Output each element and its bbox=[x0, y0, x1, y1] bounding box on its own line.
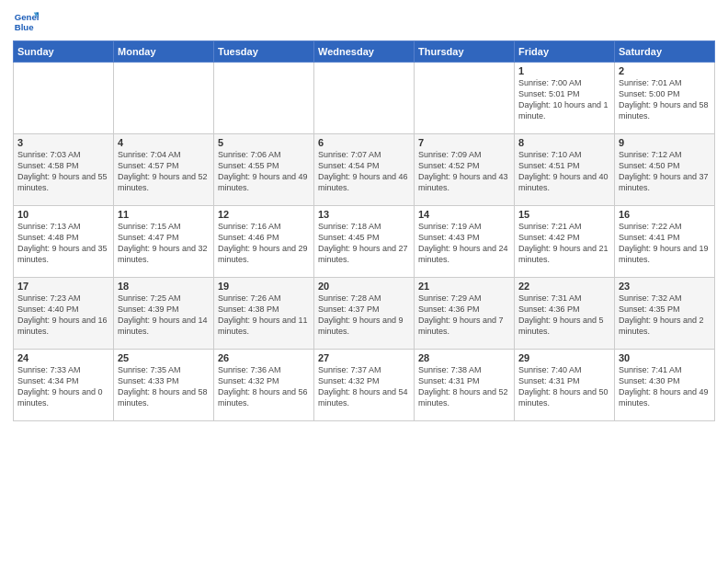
day-number: 29 bbox=[518, 352, 610, 363]
calendar-cell: 9Sunrise: 7:12 AMSunset: 4:50 PMDaylight… bbox=[615, 134, 715, 206]
calendar-cell: 15Sunrise: 7:21 AMSunset: 4:42 PMDayligh… bbox=[515, 206, 615, 278]
calendar-cell: 30Sunrise: 7:41 AMSunset: 4:30 PMDayligh… bbox=[615, 350, 715, 421]
calendar-cell: 24Sunrise: 7:33 AMSunset: 4:34 PMDayligh… bbox=[14, 350, 114, 421]
calendar-cell: 22Sunrise: 7:31 AMSunset: 4:36 PMDayligh… bbox=[515, 278, 615, 350]
calendar-cell: 29Sunrise: 7:40 AMSunset: 4:31 PMDayligh… bbox=[515, 350, 615, 421]
day-info: Sunrise: 7:03 AMSunset: 4:58 PMDaylight:… bbox=[17, 149, 109, 194]
day-number: 15 bbox=[518, 209, 610, 220]
day-info: Sunrise: 7:32 AMSunset: 4:35 PMDaylight:… bbox=[619, 293, 711, 338]
day-info: Sunrise: 7:16 AMSunset: 4:46 PMDaylight:… bbox=[218, 221, 310, 266]
week-row-4: 17Sunrise: 7:23 AMSunset: 4:40 PMDayligh… bbox=[14, 278, 715, 350]
day-info: Sunrise: 7:04 AMSunset: 4:57 PMDaylight:… bbox=[118, 149, 210, 194]
calendar-cell: 2Sunrise: 7:01 AMSunset: 5:00 PMDaylight… bbox=[615, 63, 715, 134]
day-number: 3 bbox=[17, 137, 109, 148]
day-info: Sunrise: 7:19 AMSunset: 4:43 PMDaylight:… bbox=[418, 221, 510, 266]
calendar-cell: 12Sunrise: 7:16 AMSunset: 4:46 PMDayligh… bbox=[214, 206, 314, 278]
day-info: Sunrise: 7:36 AMSunset: 4:32 PMDaylight:… bbox=[218, 364, 310, 409]
day-number: 5 bbox=[218, 137, 310, 148]
day-info: Sunrise: 7:12 AMSunset: 4:50 PMDaylight:… bbox=[619, 149, 711, 194]
calendar-cell: 18Sunrise: 7:25 AMSunset: 4:39 PMDayligh… bbox=[114, 278, 214, 350]
calendar-cell: 4Sunrise: 7:04 AMSunset: 4:57 PMDaylight… bbox=[114, 134, 214, 206]
day-number: 7 bbox=[418, 137, 510, 148]
calendar-cell: 27Sunrise: 7:37 AMSunset: 4:32 PMDayligh… bbox=[314, 350, 415, 421]
day-info: Sunrise: 7:06 AMSunset: 4:55 PMDaylight:… bbox=[218, 149, 310, 194]
day-number: 27 bbox=[318, 352, 410, 363]
week-row-1: 1Sunrise: 7:00 AMSunset: 5:01 PMDaylight… bbox=[14, 63, 715, 134]
week-row-3: 10Sunrise: 7:13 AMSunset: 4:48 PMDayligh… bbox=[14, 206, 715, 278]
calendar-cell: 20Sunrise: 7:28 AMSunset: 4:37 PMDayligh… bbox=[314, 278, 415, 350]
day-info: Sunrise: 7:18 AMSunset: 4:45 PMDaylight:… bbox=[318, 221, 410, 266]
day-number: 19 bbox=[218, 281, 310, 292]
calendar-cell: 16Sunrise: 7:22 AMSunset: 4:41 PMDayligh… bbox=[615, 206, 715, 278]
weekday-header-thursday: Thursday bbox=[415, 41, 515, 63]
calendar-cell bbox=[14, 63, 114, 134]
calendar-cell: 25Sunrise: 7:35 AMSunset: 4:33 PMDayligh… bbox=[114, 350, 214, 421]
calendar-cell: 10Sunrise: 7:13 AMSunset: 4:48 PMDayligh… bbox=[14, 206, 114, 278]
day-info: Sunrise: 7:33 AMSunset: 4:34 PMDaylight:… bbox=[17, 364, 109, 409]
calendar-cell bbox=[114, 63, 214, 134]
weekday-header-row: SundayMondayTuesdayWednesdayThursdayFrid… bbox=[14, 41, 715, 63]
day-number: 17 bbox=[17, 281, 109, 292]
day-number: 1 bbox=[518, 65, 610, 76]
day-number: 26 bbox=[218, 352, 310, 363]
day-info: Sunrise: 7:41 AMSunset: 4:30 PMDaylight:… bbox=[619, 364, 711, 409]
day-number: 12 bbox=[218, 209, 310, 220]
calendar-cell: 7Sunrise: 7:09 AMSunset: 4:52 PMDaylight… bbox=[415, 134, 515, 206]
day-info: Sunrise: 7:38 AMSunset: 4:31 PMDaylight:… bbox=[418, 364, 510, 409]
calendar-cell: 1Sunrise: 7:00 AMSunset: 5:01 PMDaylight… bbox=[515, 63, 615, 134]
day-number: 18 bbox=[118, 281, 210, 292]
day-info: Sunrise: 7:25 AMSunset: 4:39 PMDaylight:… bbox=[118, 293, 210, 338]
day-info: Sunrise: 7:26 AMSunset: 4:38 PMDaylight:… bbox=[218, 293, 310, 338]
calendar-cell: 26Sunrise: 7:36 AMSunset: 4:32 PMDayligh… bbox=[214, 350, 314, 421]
day-number: 6 bbox=[318, 137, 410, 148]
calendar-cell: 3Sunrise: 7:03 AMSunset: 4:58 PMDaylight… bbox=[14, 134, 114, 206]
weekday-header-wednesday: Wednesday bbox=[314, 41, 415, 63]
day-info: Sunrise: 7:23 AMSunset: 4:40 PMDaylight:… bbox=[17, 293, 109, 338]
calendar-cell bbox=[214, 63, 314, 134]
weekday-header-sunday: Sunday bbox=[14, 41, 114, 63]
day-info: Sunrise: 7:29 AMSunset: 4:36 PMDaylight:… bbox=[418, 293, 510, 338]
day-number: 16 bbox=[619, 209, 711, 220]
day-info: Sunrise: 7:13 AMSunset: 4:48 PMDaylight:… bbox=[17, 221, 109, 266]
calendar-cell: 8Sunrise: 7:10 AMSunset: 4:51 PMDaylight… bbox=[515, 134, 615, 206]
day-number: 10 bbox=[17, 209, 109, 220]
calendar-cell: 13Sunrise: 7:18 AMSunset: 4:45 PMDayligh… bbox=[314, 206, 415, 278]
svg-text:Blue: Blue bbox=[15, 22, 34, 32]
day-info: Sunrise: 7:09 AMSunset: 4:52 PMDaylight:… bbox=[418, 149, 510, 194]
calendar-cell: 14Sunrise: 7:19 AMSunset: 4:43 PMDayligh… bbox=[415, 206, 515, 278]
day-number: 23 bbox=[619, 281, 711, 292]
day-number: 24 bbox=[17, 352, 109, 363]
calendar-cell: 5Sunrise: 7:06 AMSunset: 4:55 PMDaylight… bbox=[214, 134, 314, 206]
day-info: Sunrise: 7:31 AMSunset: 4:36 PMDaylight:… bbox=[518, 293, 610, 338]
calendar-cell: 11Sunrise: 7:15 AMSunset: 4:47 PMDayligh… bbox=[114, 206, 214, 278]
weekday-header-saturday: Saturday bbox=[615, 41, 715, 63]
day-info: Sunrise: 7:10 AMSunset: 4:51 PMDaylight:… bbox=[518, 149, 610, 194]
calendar-cell bbox=[314, 63, 415, 134]
day-number: 14 bbox=[418, 209, 510, 220]
week-row-5: 24Sunrise: 7:33 AMSunset: 4:34 PMDayligh… bbox=[14, 350, 715, 421]
logo-icon: General Blue bbox=[13, 9, 39, 35]
logo: General Blue bbox=[13, 9, 42, 35]
day-info: Sunrise: 7:28 AMSunset: 4:37 PMDaylight:… bbox=[318, 293, 410, 338]
day-info: Sunrise: 7:22 AMSunset: 4:41 PMDaylight:… bbox=[619, 221, 711, 266]
day-number: 13 bbox=[318, 209, 410, 220]
day-info: Sunrise: 7:01 AMSunset: 5:00 PMDaylight:… bbox=[619, 77, 711, 122]
calendar-cell: 17Sunrise: 7:23 AMSunset: 4:40 PMDayligh… bbox=[14, 278, 114, 350]
calendar-cell: 21Sunrise: 7:29 AMSunset: 4:36 PMDayligh… bbox=[415, 278, 515, 350]
calendar-cell: 6Sunrise: 7:07 AMSunset: 4:54 PMDaylight… bbox=[314, 134, 415, 206]
day-info: Sunrise: 7:15 AMSunset: 4:47 PMDaylight:… bbox=[118, 221, 210, 266]
calendar-cell: 28Sunrise: 7:38 AMSunset: 4:31 PMDayligh… bbox=[415, 350, 515, 421]
day-info: Sunrise: 7:07 AMSunset: 4:54 PMDaylight:… bbox=[318, 149, 410, 194]
day-number: 11 bbox=[118, 209, 210, 220]
calendar-table: SundayMondayTuesdayWednesdayThursdayFrid… bbox=[13, 40, 715, 421]
day-number: 22 bbox=[518, 281, 610, 292]
day-number: 25 bbox=[118, 352, 210, 363]
calendar-cell: 19Sunrise: 7:26 AMSunset: 4:38 PMDayligh… bbox=[214, 278, 314, 350]
day-number: 28 bbox=[418, 352, 510, 363]
day-info: Sunrise: 7:40 AMSunset: 4:31 PMDaylight:… bbox=[518, 364, 610, 409]
day-number: 4 bbox=[118, 137, 210, 148]
day-number: 20 bbox=[318, 281, 410, 292]
day-info: Sunrise: 7:00 AMSunset: 5:01 PMDaylight:… bbox=[518, 77, 610, 122]
page-container: General Blue SundayMondayTuesdayWednesda… bbox=[0, 0, 728, 429]
day-number: 8 bbox=[518, 137, 610, 148]
